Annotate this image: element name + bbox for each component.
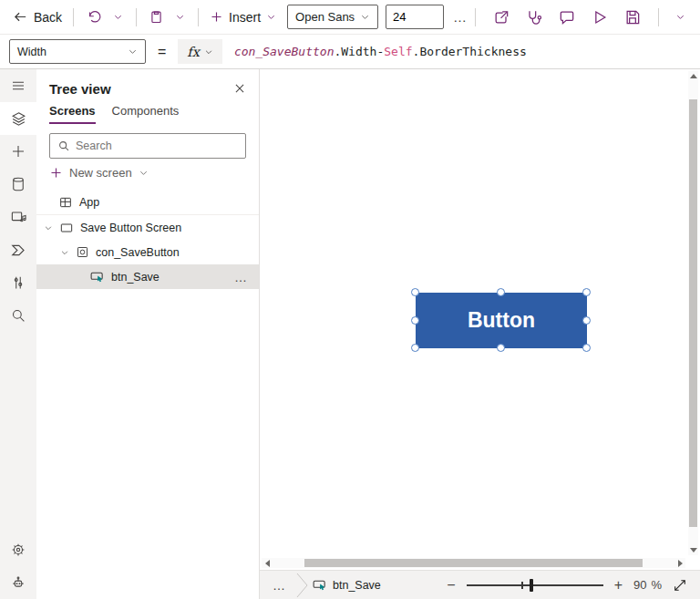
tree-item-btn-save[interactable]: btn_Save … (36, 264, 259, 289)
formula-input[interactable]: con_SaveButton.Width-Self.BorderThicknes… (222, 45, 700, 58)
fit-to-window-button[interactable] (671, 576, 689, 594)
scroll-down-button[interactable] (688, 545, 699, 555)
rail-advanced-tools-button[interactable] (0, 266, 36, 299)
chevron-down-icon (266, 12, 276, 22)
rail-data-button[interactable] (0, 168, 36, 201)
chevron-down-icon (128, 46, 138, 57)
search-icon (10, 307, 26, 324)
undo-icon (87, 9, 102, 25)
back-arrow-icon (13, 9, 28, 25)
new-screen-button[interactable]: New screen (49, 166, 246, 180)
paste-button[interactable] (143, 5, 170, 28)
selection-handle-se[interactable] (582, 344, 591, 352)
scroll-right-button[interactable] (674, 558, 685, 568)
tree-item-save-button-screen[interactable]: Save Button Screen (36, 215, 259, 240)
vertical-scrollbar-thumb[interactable] (689, 99, 697, 526)
save-dropdown-button[interactable] (670, 8, 691, 26)
triangle-right-icon (678, 560, 683, 567)
back-label: Back (34, 10, 62, 25)
undo-dropdown-button[interactable] (108, 8, 129, 26)
tree-item-app[interactable]: App (36, 191, 259, 215)
share-button[interactable] (487, 5, 516, 30)
font-family-select[interactable]: Open Sans (287, 5, 378, 29)
selection-handle-nw[interactable] (411, 288, 419, 296)
search-icon (57, 139, 70, 152)
tree-item-con-savebutton[interactable]: con_SaveButton (36, 240, 259, 264)
chevron-down-icon (60, 248, 69, 257)
stethoscope-icon (525, 8, 543, 26)
breadcrumb-control-label: btn_Save (333, 579, 381, 592)
insert-button[interactable]: Insert (206, 6, 280, 28)
zoom-slider[interactable] (467, 578, 603, 593)
tab-components[interactable]: Components (112, 104, 180, 124)
fx-button[interactable]: fx (178, 39, 222, 64)
tree-item-label: Save Button Screen (80, 222, 181, 234)
rail-power-automate-button[interactable] (0, 233, 36, 266)
font-size-input[interactable] (386, 5, 444, 29)
toolbar-divider (475, 8, 476, 26)
selection-handle-w[interactable] (411, 316, 419, 325)
toolbar-divider (198, 8, 199, 26)
breadcrumb-selected-control[interactable]: btn_Save (312, 577, 381, 593)
app-checker-button[interactable] (520, 5, 549, 30)
scroll-left-button[interactable] (262, 558, 273, 568)
rail-settings-button[interactable] (0, 533, 36, 566)
canvas-button[interactable]: Button (416, 293, 587, 348)
tab-screens[interactable]: Screens (49, 104, 96, 124)
selection-handle-ne[interactable] (582, 288, 591, 296)
bot-icon (10, 574, 26, 591)
horizontal-scrollbar-thumb[interactable] (304, 559, 642, 567)
chevron-down-icon (44, 223, 53, 232)
save-icon (623, 8, 642, 26)
equals-sign: = (158, 44, 166, 60)
canvas-screen[interactable]: Button (260, 69, 700, 570)
tree-view-close-button[interactable] (232, 80, 248, 97)
rail-tree-view-button[interactable] (0, 102, 36, 135)
comment-icon (558, 8, 576, 26)
zoom-level: 90 % (633, 578, 662, 592)
zoom-in-button[interactable]: + (612, 577, 624, 594)
property-value: Width (17, 46, 46, 58)
new-screen-label: New screen (69, 166, 132, 180)
preview-play-button[interactable] (585, 5, 614, 30)
zoom-slider-thumb[interactable] (530, 579, 533, 592)
selection-handle-sw[interactable] (411, 344, 419, 352)
rail-search-button[interactable] (0, 299, 36, 332)
save-button[interactable] (618, 5, 647, 30)
toolbar-divider (658, 8, 659, 26)
back-button[interactable]: Back (9, 5, 66, 28)
property-select[interactable]: Width (9, 39, 146, 64)
horizontal-scrollbar[interactable] (262, 558, 685, 568)
breadcrumb-chevron-icon (295, 573, 308, 598)
formula-token-keyword: Self (384, 45, 412, 58)
selection-handle-n[interactable] (497, 288, 505, 296)
rail-media-button[interactable] (0, 201, 36, 233)
tree-item-label: btn_Save (111, 271, 160, 284)
formula-token-control: con_SaveButton (234, 45, 335, 58)
horizontal-scrollbar-track[interactable] (273, 558, 674, 568)
canvas-column: Button (260, 69, 700, 599)
selection-handle-e[interactable] (582, 316, 591, 325)
scroll-up-button[interactable] (688, 71, 699, 81)
tree-item-more-button[interactable]: … (234, 270, 248, 284)
paste-dropdown-button[interactable] (170, 8, 190, 26)
triangle-left-icon (265, 560, 270, 567)
left-rail (0, 69, 36, 599)
advanced-tools-icon (10, 274, 26, 291)
close-icon (233, 82, 246, 95)
toolbar-overflow-button[interactable]: … (453, 9, 468, 25)
formula-token-plain: .Width- (334, 45, 384, 58)
rail-virtual-agent-button[interactable] (0, 566, 36, 599)
comments-button[interactable] (552, 5, 582, 30)
vertical-scrollbar-track[interactable] (688, 81, 698, 545)
vertical-scrollbar[interactable] (688, 71, 698, 555)
zoom-out-button[interactable]: − (445, 577, 457, 594)
tree-search-box[interactable] (49, 133, 246, 159)
rail-insert-button[interactable] (0, 135, 36, 168)
breadcrumb-overflow-button[interactable]: … (267, 578, 292, 593)
zoom-slider-track[interactable] (467, 584, 603, 586)
search-input[interactable] (76, 139, 238, 152)
hamburger-menu-button[interactable] (0, 69, 36, 102)
undo-button[interactable] (81, 5, 108, 28)
selection-handle-s[interactable] (497, 344, 505, 352)
